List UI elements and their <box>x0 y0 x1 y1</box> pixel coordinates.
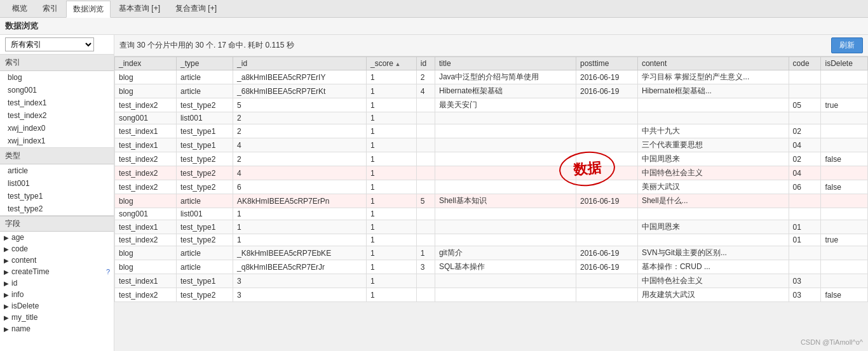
cell-code: 04 <box>789 138 821 152</box>
table-row[interactable]: test_index1test_type141三个代表重要思想04 <box>115 138 868 152</box>
table-row[interactable]: test_index1test_type111中国周恩来01 <box>115 220 868 234</box>
col-header-code[interactable]: code <box>789 57 821 70</box>
cell-posttime <box>576 234 637 246</box>
field-item-code[interactable]: ▶code <box>0 243 114 255</box>
table-row[interactable]: blogarticle_K8kHmIBEEA5cRP7EbKE11git简介20… <box>115 246 868 260</box>
cell-_index: blog <box>115 70 177 84</box>
index-item-xwj_index0[interactable]: xwj_index0 <box>0 122 114 135</box>
table-row[interactable]: test_index2test_type241中国特色社会主义04 <box>115 166 868 180</box>
cell-id: 4 <box>416 84 435 98</box>
cell-_index: test_index2 <box>115 234 177 246</box>
table-row[interactable]: song001list00111 <box>115 208 868 220</box>
top-tab-索引[interactable]: 索引 <box>36 0 65 17</box>
table-row[interactable]: test_index1test_type131中国特色社会主义03 <box>115 274 868 288</box>
table-row[interactable]: blogarticle_q8kHmIBEEA5cRP7ErJr13SQL基本操作… <box>115 260 868 274</box>
field-label: isDelete <box>11 301 39 310</box>
type-item-list001[interactable]: list001 <box>0 177 114 190</box>
field-item-age[interactable]: ▶age <box>0 232 114 243</box>
index-section-header: 索引 <box>0 55 114 71</box>
table-row[interactable]: test_index2test_type21101true <box>115 234 868 246</box>
field-item-content[interactable]: ▶content <box>0 255 114 266</box>
cell-_score: 1 <box>367 84 417 98</box>
cell-_id: _68kHmIBEEA5cRP7ErKt <box>233 84 367 98</box>
cell-_index: song001 <box>115 112 177 124</box>
col-header-title[interactable]: title <box>435 57 576 70</box>
cell-code <box>789 84 821 98</box>
index-item-song001[interactable]: song001 <box>0 84 114 96</box>
cell-_score: 1 <box>367 166 417 180</box>
cell-_id: 1 <box>233 220 367 234</box>
table-body: blogarticle_a8kHmIBEEA5cRP7ErIY12Java中泛型… <box>115 70 868 302</box>
field-label: my_title <box>11 313 37 322</box>
cell-isDelete <box>821 138 868 152</box>
field-item-name[interactable]: ▶name <box>0 323 114 334</box>
cell-_type: test_type2 <box>176 180 233 194</box>
field-item-my_title[interactable]: ▶my_title <box>0 312 114 323</box>
cell-_score: 1 <box>367 138 417 152</box>
field-item-isDelete[interactable]: ▶isDelete <box>0 300 114 312</box>
cell-posttime <box>576 152 637 166</box>
index-select[interactable]: 所有索引blogsong001test_index1test_index2xwj… <box>5 37 94 51</box>
table-row[interactable]: test_index1test_type121中共十九大02 <box>115 124 868 138</box>
cell-id <box>416 152 435 166</box>
cell-isDelete <box>821 84 868 98</box>
col-header-id[interactable]: id <box>416 57 435 70</box>
type-item-article[interactable]: article <box>0 164 114 177</box>
cell-id <box>416 124 435 138</box>
cell-posttime <box>576 288 637 302</box>
table-row[interactable]: test_index2test_type231用友建筑大武汉03false <box>115 288 868 302</box>
col-header-posttime[interactable]: posttime <box>576 57 637 70</box>
cell-_type: test_type2 <box>176 152 233 166</box>
cell-id <box>416 220 435 234</box>
field-label: info <box>11 290 24 299</box>
index-item-test_index2[interactable]: test_index2 <box>0 109 114 122</box>
cell-_type: article <box>176 194 233 208</box>
top-tab-复合查询[+][interactable]: 复合查询 [+] <box>168 0 224 17</box>
table-row[interactable]: test_index2test_type261美丽大武汉06false <box>115 180 868 194</box>
cell-id <box>416 166 435 180</box>
cell-isDelete: false <box>821 180 868 194</box>
field-item-id[interactable]: ▶id <box>0 277 114 289</box>
top-tab-概览[interactable]: 概览 <box>5 0 34 17</box>
table-container[interactable]: _index_type_id_scoreidtitleposttimeconte… <box>114 56 868 351</box>
top-tab-数据浏览[interactable]: 数据浏览 <box>66 1 111 18</box>
cell-_score: 1 <box>367 274 417 288</box>
cell-title: Java中泛型的介绍与简单使用 <box>435 70 576 84</box>
refresh-button[interactable]: 刷新 <box>831 37 863 53</box>
col-header-isDelete[interactable]: isDelete <box>821 57 868 70</box>
field-item-createTime[interactable]: ▶createTime? <box>0 266 114 277</box>
cell-isDelete <box>821 260 868 274</box>
index-item-xwj_index1[interactable]: xwj_index1 <box>0 135 114 147</box>
table-row[interactable]: blogarticle_a8kHmIBEEA5cRP7ErIY12Java中泛型… <box>115 70 868 84</box>
table-row[interactable]: blogarticleAK8kHmIBEEA5cRP7ErPn15Shell基本… <box>115 194 868 208</box>
index-item-test_index1[interactable]: test_index1 <box>0 96 114 109</box>
type-item-test_type2[interactable]: test_type2 <box>0 202 114 215</box>
cell-_id: 3 <box>233 274 367 288</box>
field-expand-icon: ▶ <box>4 303 9 310</box>
col-header-_score[interactable]: _score <box>367 57 417 70</box>
field-item-info[interactable]: ▶info <box>0 289 114 300</box>
cell-posttime: 2016-06-19 <box>576 260 637 274</box>
col-header-_type[interactable]: _type <box>176 57 233 70</box>
cell-content <box>637 234 789 246</box>
table-row[interactable]: blogarticle_68kHmIBEEA5cRP7ErKt14Hiberna… <box>115 84 868 98</box>
table-row[interactable]: test_index2test_type221中国周恩来02false <box>115 152 868 166</box>
table-row[interactable]: song001list00121 <box>115 112 868 124</box>
type-item-test_type1[interactable]: test_type1 <box>0 190 114 202</box>
cell-_index: test_index2 <box>115 180 177 194</box>
field-label: age <box>11 233 24 242</box>
top-tab-基本查询[+][interactable]: 基本查询 [+] <box>112 0 167 17</box>
cell-content: 中国特色社会主义 <box>637 274 789 288</box>
col-header-_id[interactable]: _id <box>233 57 367 70</box>
index-item-blog[interactable]: blog <box>0 71 114 84</box>
cell-_type: test_type1 <box>176 274 233 288</box>
cell-content: 学习目标 掌握泛型的产生意义... <box>637 70 789 84</box>
field-expand-icon: ▶ <box>4 246 9 253</box>
col-header-_index[interactable]: _index <box>115 57 177 70</box>
top-tabs: 概览索引数据浏览基本查询 [+]复合查询 [+] <box>0 0 868 18</box>
table-row[interactable]: test_index2test_type251最美天安门05true <box>115 98 868 112</box>
field-items-container: ▶age▶code▶content▶createTime?▶id▶info▶is… <box>0 232 114 334</box>
cell-_type: test_type2 <box>176 234 233 246</box>
cell-id <box>416 112 435 124</box>
col-header-content[interactable]: content <box>637 57 789 70</box>
